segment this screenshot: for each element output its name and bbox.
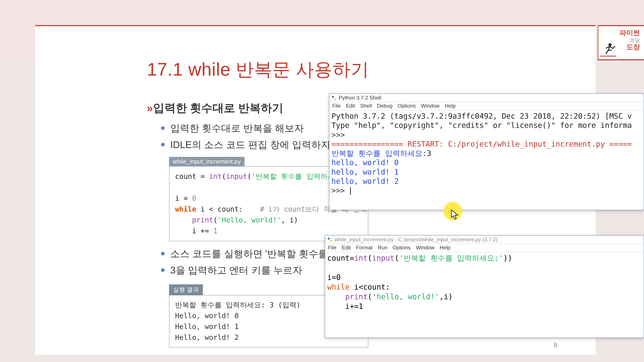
idle-shell-title: Python 3.7.2 Shell [339,95,381,101]
code-filename-tab: while_input_increment.py [169,157,244,166]
idle-shell-menubar: File Edit Shell Debug Options Window Hel… [330,102,644,110]
slide-title: 17.1 while 반복문 사용하기 [147,57,369,82]
idle-editor-titlebar[interactable]: while_input_increment.py - C:/project/wh… [325,236,644,244]
svg-rect-1 [334,98,336,100]
idle-shell-titlebar[interactable]: Python 3.7.2 Shell [330,94,644,102]
python-icon [332,95,337,100]
svg-rect-2 [328,238,330,240]
menu-edit[interactable]: Edit [342,245,351,251]
bullet-dot-icon [161,268,164,272]
idle-editor-menubar: File Edit Format Run Options Window Help [325,244,644,252]
menu-help[interactable]: Help [445,103,456,109]
page-number: 8 [554,341,558,349]
text-cursor [350,187,351,195]
menu-edit[interactable]: Edit [346,103,355,109]
idle-editor-body[interactable]: count=int(input('반복할 횟수를 입력하세요:')) i=0 w… [325,252,644,313]
chevron-right-icon: » [147,102,151,114]
menu-window[interactable]: Window [416,245,434,251]
bullet-2-text: IDLE의 소스 코드 편집 창에 입력하자 [170,138,331,151]
bullet-dot-icon [161,252,164,255]
bullet-1-text: 입력한 횟수대로 반복을 해보자 [170,122,304,135]
menu-options[interactable]: Options [393,245,411,251]
menu-file[interactable]: File [332,103,341,109]
bullet-dot-icon [161,126,164,130]
idle-editor-window[interactable]: while_input_increment.py - C:/project/wh… [325,235,644,338]
svg-rect-0 [332,96,334,98]
python-icon [327,237,332,242]
menu-debug[interactable]: Debug [377,103,393,109]
person-running-icon [600,42,616,57]
bullet-4-text: 3을 입력하고 엔터 키를 누르자 [170,264,302,277]
idle-shell-window[interactable]: Python 3.7.2 Shell File Edit Shell Debug… [329,93,644,210]
bullet-dot-icon [161,143,164,146]
menu-format[interactable]: Format [356,245,372,251]
idle-shell-body[interactable]: Python 3.7.2 (tags/v3.7.2:9a3ffc0492, De… [330,110,644,196]
result-label: 실행 결과 [169,284,203,295]
menu-run[interactable]: Run [378,245,388,251]
menu-shell[interactable]: Shell [360,103,372,109]
menu-file[interactable]: File [328,245,336,251]
menu-help[interactable]: Help [440,245,450,251]
section-heading-text: 입력한 횟수대로 반복하기 [153,100,283,116]
menu-window[interactable]: Window [421,103,440,109]
svg-rect-3 [330,240,332,242]
idle-editor-title: while_input_increment.py - C:/project/wh… [334,237,498,243]
logo: 파이썬 코딩 도장 [598,25,644,60]
menu-options[interactable]: Options [398,103,416,109]
logo-line1: 파이썬 [600,28,642,37]
